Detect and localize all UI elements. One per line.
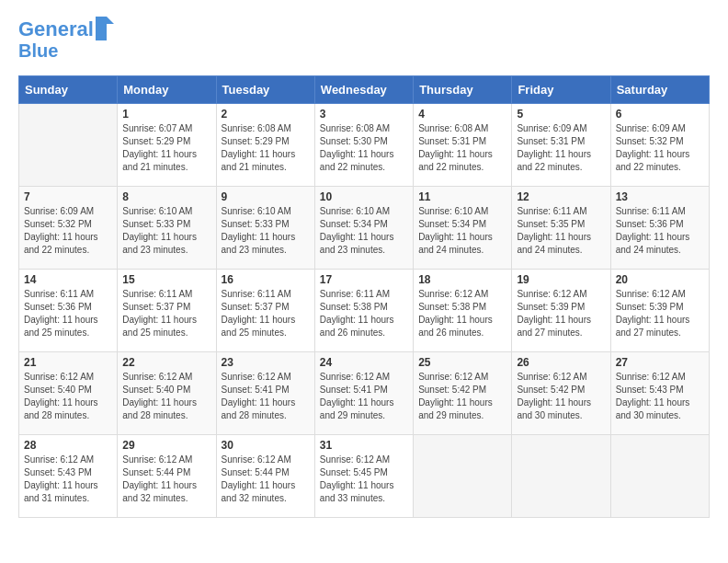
day-info: Sunrise: 6:11 AMSunset: 5:36 PMDaylight:…	[616, 205, 704, 257]
day-number: 26	[517, 356, 605, 369]
day-number: 13	[616, 190, 704, 203]
day-number: 16	[222, 273, 310, 286]
calendar-cell: 18 Sunrise: 6:12 AMSunset: 5:38 PMDaylig…	[414, 270, 512, 352]
weekday-header: Sunday	[19, 76, 118, 104]
day-number: 23	[222, 356, 310, 369]
logo-text-blue: Blue	[18, 40, 114, 61]
day-info: Sunrise: 6:12 AMSunset: 5:42 PMDaylight:…	[418, 371, 506, 422]
calendar-cell: 3 Sunrise: 6:08 AMSunset: 5:30 PMDayligh…	[314, 104, 413, 187]
calendar-cell: 25 Sunrise: 6:12 AMSunset: 5:42 PMDaylig…	[414, 352, 512, 435]
calendar-cell: 7 Sunrise: 6:09 AMSunset: 5:32 PMDayligh…	[19, 187, 118, 270]
calendar-cell: 19 Sunrise: 6:12 AMSunset: 5:39 PMDaylig…	[512, 270, 610, 352]
day-info: Sunrise: 6:12 AMSunset: 5:39 PMDaylight:…	[616, 288, 704, 339]
day-number: 30	[222, 439, 310, 452]
calendar-cell: 27 Sunrise: 6:12 AMSunset: 5:43 PMDaylig…	[610, 352, 709, 435]
calendar-cell: 29 Sunrise: 6:12 AMSunset: 5:44 PMDaylig…	[118, 435, 216, 518]
page-header: General Blue	[18, 18, 710, 61]
day-number: 20	[616, 273, 704, 286]
logo-icon	[96, 17, 114, 40]
day-info: Sunrise: 6:09 AMSunset: 5:31 PMDaylight:…	[517, 122, 605, 174]
day-number: 15	[122, 273, 210, 286]
day-info: Sunrise: 6:08 AMSunset: 5:30 PMDaylight:…	[320, 122, 408, 174]
day-info: Sunrise: 6:09 AMSunset: 5:32 PMDaylight:…	[616, 122, 704, 174]
calendar-cell: 24 Sunrise: 6:12 AMSunset: 5:41 PMDaylig…	[314, 352, 413, 435]
day-number: 22	[122, 356, 210, 369]
day-number: 4	[418, 108, 506, 121]
calendar-cell: 2 Sunrise: 6:08 AMSunset: 5:29 PMDayligh…	[216, 104, 314, 187]
day-info: Sunrise: 6:11 AMSunset: 5:35 PMDaylight:…	[517, 205, 605, 257]
day-number: 10	[320, 190, 408, 203]
day-number: 29	[122, 439, 210, 452]
weekday-header: Tuesday	[216, 76, 314, 104]
day-number: 14	[24, 273, 112, 286]
calendar-week-row: 7 Sunrise: 6:09 AMSunset: 5:32 PMDayligh…	[19, 187, 710, 270]
calendar-cell: 6 Sunrise: 6:09 AMSunset: 5:32 PMDayligh…	[610, 104, 709, 187]
calendar-week-row: 21 Sunrise: 6:12 AMSunset: 5:40 PMDaylig…	[19, 352, 710, 435]
calendar-cell: 11 Sunrise: 6:10 AMSunset: 5:34 PMDaylig…	[414, 187, 512, 270]
day-number: 6	[616, 108, 704, 121]
calendar-cell: 16 Sunrise: 6:11 AMSunset: 5:37 PMDaylig…	[216, 270, 314, 352]
svg-marker-0	[96, 17, 114, 40]
calendar-cell	[19, 104, 118, 187]
calendar-cell: 26 Sunrise: 6:12 AMSunset: 5:42 PMDaylig…	[512, 352, 610, 435]
calendar-cell: 9 Sunrise: 6:10 AMSunset: 5:33 PMDayligh…	[216, 187, 314, 270]
day-number: 11	[418, 190, 506, 203]
day-info: Sunrise: 6:09 AMSunset: 5:32 PMDaylight:…	[24, 205, 112, 257]
calendar-cell: 31 Sunrise: 6:12 AMSunset: 5:45 PMDaylig…	[314, 435, 413, 518]
day-info: Sunrise: 6:08 AMSunset: 5:29 PMDaylight:…	[222, 122, 310, 174]
day-number: 18	[418, 273, 506, 286]
day-info: Sunrise: 6:12 AMSunset: 5:45 PMDaylight:…	[320, 454, 408, 505]
day-info: Sunrise: 6:12 AMSunset: 5:43 PMDaylight:…	[24, 454, 112, 505]
calendar-header-row: SundayMondayTuesdayWednesdayThursdayFrid…	[19, 76, 710, 104]
calendar-cell: 28 Sunrise: 6:12 AMSunset: 5:43 PMDaylig…	[19, 435, 118, 518]
weekday-header: Monday	[118, 76, 216, 104]
day-info: Sunrise: 6:12 AMSunset: 5:41 PMDaylight:…	[222, 371, 310, 422]
day-number: 31	[320, 439, 408, 452]
calendar-cell: 22 Sunrise: 6:12 AMSunset: 5:40 PMDaylig…	[118, 352, 216, 435]
calendar-cell	[512, 435, 610, 518]
day-info: Sunrise: 6:10 AMSunset: 5:33 PMDaylight:…	[122, 205, 210, 257]
calendar-cell: 8 Sunrise: 6:10 AMSunset: 5:33 PMDayligh…	[118, 187, 216, 270]
calendar-cell: 4 Sunrise: 6:08 AMSunset: 5:31 PMDayligh…	[414, 104, 512, 187]
day-number: 21	[24, 356, 112, 369]
day-number: 24	[320, 356, 408, 369]
calendar-cell: 23 Sunrise: 6:12 AMSunset: 5:41 PMDaylig…	[216, 352, 314, 435]
day-info: Sunrise: 6:12 AMSunset: 5:40 PMDaylight:…	[24, 371, 112, 422]
day-info: Sunrise: 6:11 AMSunset: 5:36 PMDaylight:…	[24, 288, 112, 339]
day-info: Sunrise: 6:10 AMSunset: 5:33 PMDaylight:…	[222, 205, 310, 257]
calendar-cell: 14 Sunrise: 6:11 AMSunset: 5:36 PMDaylig…	[19, 270, 118, 352]
day-info: Sunrise: 6:10 AMSunset: 5:34 PMDaylight:…	[418, 205, 506, 257]
calendar-cell: 1 Sunrise: 6:07 AMSunset: 5:29 PMDayligh…	[118, 104, 216, 187]
day-number: 3	[320, 108, 408, 121]
logo-text-general: General	[18, 18, 94, 40]
weekday-header: Wednesday	[314, 76, 413, 104]
logo: General Blue	[18, 18, 114, 61]
day-number: 7	[24, 190, 112, 203]
calendar-cell	[414, 435, 512, 518]
calendar-cell: 20 Sunrise: 6:12 AMSunset: 5:39 PMDaylig…	[610, 270, 709, 352]
calendar-cell: 17 Sunrise: 6:11 AMSunset: 5:38 PMDaylig…	[314, 270, 413, 352]
day-number: 19	[517, 273, 605, 286]
day-info: Sunrise: 6:12 AMSunset: 5:38 PMDaylight:…	[418, 288, 506, 339]
day-info: Sunrise: 6:12 AMSunset: 5:40 PMDaylight:…	[122, 371, 210, 422]
day-info: Sunrise: 6:12 AMSunset: 5:43 PMDaylight:…	[616, 371, 704, 422]
day-info: Sunrise: 6:12 AMSunset: 5:42 PMDaylight:…	[517, 371, 605, 422]
day-number: 9	[222, 190, 310, 203]
day-number: 1	[122, 108, 210, 121]
day-number: 12	[517, 190, 605, 203]
day-info: Sunrise: 6:12 AMSunset: 5:41 PMDaylight:…	[320, 371, 408, 422]
weekday-header: Saturday	[610, 76, 709, 104]
calendar-cell: 13 Sunrise: 6:11 AMSunset: 5:36 PMDaylig…	[610, 187, 709, 270]
calendar-week-row: 1 Sunrise: 6:07 AMSunset: 5:29 PMDayligh…	[19, 104, 710, 187]
day-info: Sunrise: 6:12 AMSunset: 5:44 PMDaylight:…	[222, 454, 310, 505]
calendar-cell: 15 Sunrise: 6:11 AMSunset: 5:37 PMDaylig…	[118, 270, 216, 352]
day-number: 17	[320, 273, 408, 286]
day-number: 8	[122, 190, 210, 203]
calendar-week-row: 28 Sunrise: 6:12 AMSunset: 5:43 PMDaylig…	[19, 435, 710, 518]
day-number: 2	[222, 108, 310, 121]
day-number: 27	[616, 356, 704, 369]
day-info: Sunrise: 6:07 AMSunset: 5:29 PMDaylight:…	[122, 122, 210, 174]
day-info: Sunrise: 6:12 AMSunset: 5:44 PMDaylight:…	[122, 454, 210, 505]
day-number: 5	[517, 108, 605, 121]
calendar-week-row: 14 Sunrise: 6:11 AMSunset: 5:36 PMDaylig…	[19, 270, 710, 352]
